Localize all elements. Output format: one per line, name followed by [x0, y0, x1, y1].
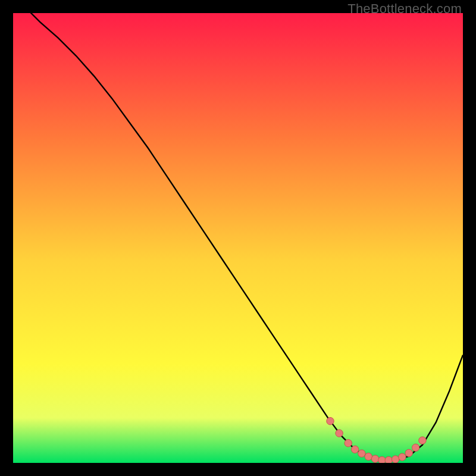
bottleneck-chart: [13, 13, 463, 463]
marker-point: [378, 456, 386, 463]
marker-point: [412, 444, 419, 451]
marker-point: [358, 450, 365, 457]
marker-point: [351, 446, 358, 453]
marker-point: [371, 455, 378, 462]
marker-point: [336, 430, 343, 437]
marker-point: [327, 417, 334, 424]
marker-point: [345, 440, 352, 447]
chart-frame: [13, 13, 463, 463]
marker-point: [392, 456, 399, 463]
marker-point: [399, 453, 406, 461]
marker-point: [405, 449, 412, 456]
watermark-text: TheBottleneck.com: [347, 1, 462, 17]
marker-point: [365, 453, 372, 460]
marker-point: [419, 437, 426, 444]
gradient-background: [13, 13, 463, 463]
marker-point: [385, 456, 392, 463]
